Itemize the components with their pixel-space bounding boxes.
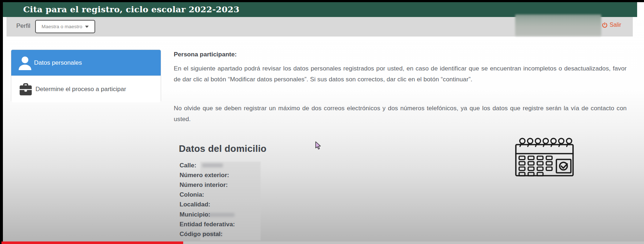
video-progress-bar[interactable] — [1, 241, 183, 244]
address-row: Calle: — [180, 160, 235, 170]
sidebar-item-datos-personales[interactable]: Datos personales — [11, 50, 161, 76]
mouse-cursor — [315, 141, 323, 152]
power-icon — [602, 22, 608, 28]
redacted-username — [515, 14, 601, 36]
address-field-label: Entidad federativa: — [180, 221, 235, 228]
chevron-down-icon — [85, 26, 89, 28]
address-field-list: Calle: Número exterior: Número interior:… — [180, 160, 235, 239]
address-field-label: Código postal: — [180, 231, 223, 238]
screen: Cita para el registro, ciclo escolar 202… — [0, 0, 644, 244]
address-row: Colonia: — [180, 190, 235, 200]
profile-label: Perfil — [16, 22, 30, 30]
instructions-paragraph-2: No olvide que se deben registrar un máxi… — [174, 103, 627, 125]
address-field-label: Localidad: — [180, 201, 210, 208]
address-row: Municipio: — [180, 210, 235, 219]
page-title: Cita para el registro, ciclo escolar 202… — [23, 4, 239, 14]
sidebar-item-label: Datos personales — [34, 59, 82, 67]
instructions-paragraph-1: En el siguiente apartado podrá revisar l… — [174, 63, 627, 85]
address-row: Número exterior: — [180, 170, 235, 180]
profile-dropdown[interactable]: Maestra o maestro — [35, 20, 95, 33]
person-icon — [18, 55, 32, 71]
logout-label: Salir — [610, 22, 621, 28]
address-row: Localidad: — [180, 200, 235, 210]
sidebar-item-determine-proceso[interactable]: Determine el proceso a participar — [11, 76, 161, 102]
address-row: Código postal: — [180, 229, 235, 239]
section-heading: Persona participante: — [174, 51, 237, 58]
profile-dropdown-value: Maestra o maestro — [42, 24, 83, 29]
sidebar-item-label: Determine el proceso a participar — [35, 86, 126, 93]
address-field-label: Número exterior: — [180, 172, 229, 179]
address-row: Número interior: — [180, 180, 235, 190]
address-field-label: Municipio: — [180, 211, 210, 218]
address-field-label: Número interior: — [180, 181, 228, 189]
address-field-label: Calle: — [180, 162, 196, 169]
briefcase-icon — [18, 81, 34, 98]
address-row: Entidad federativa: — [180, 219, 235, 229]
calendar-check-icon — [514, 137, 576, 179]
logout-button[interactable]: Salir — [602, 22, 621, 28]
sidebar: Datos personales Determine el proceso a … — [11, 50, 161, 102]
address-section-heading: Datos del domicilio — [179, 143, 266, 154]
address-field-label: Colonia: — [180, 191, 204, 198]
